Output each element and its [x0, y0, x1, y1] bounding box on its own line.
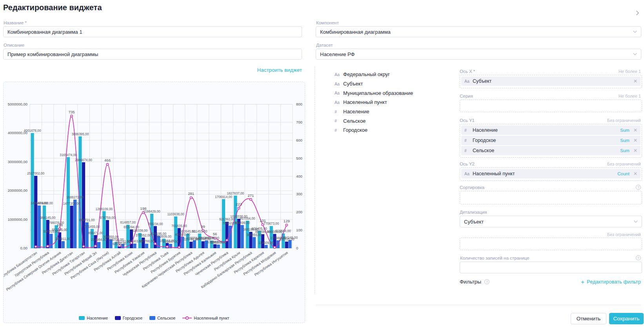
legend-item[interactable]: Населенный пункт [182, 316, 229, 320]
svg-text:0,00: 0,00 [20, 246, 28, 250]
help-icon[interactable]: ? [484, 279, 489, 284]
field-type-icon: # [464, 128, 470, 133]
chevron-down-icon [633, 31, 637, 33]
dataset-field-item[interactable]: AaСубъект [335, 79, 413, 89]
field-type-icon: Aa [335, 82, 340, 86]
svg-text:899721,00: 899721,00 [79, 218, 95, 222]
field-chip[interactable]: #Население Sum✕ [461, 125, 640, 135]
aggregation-tag[interactable]: Sum [620, 148, 629, 153]
field-chip[interactable]: #Городское Sum✕ [461, 136, 640, 145]
axis-y1-dropzone[interactable]: #Население Sum✕#Городское Sum✕#Сельское … [460, 124, 642, 158]
svg-text:151047,00: 151047,00 [163, 240, 178, 244]
configure-widget-link[interactable]: Настроить виджет [3, 67, 302, 73]
svg-text:735: 735 [69, 110, 75, 114]
svg-text:769234,00: 769234,00 [147, 222, 163, 226]
dataset-field-item[interactable]: AaНаселенный пункт [335, 98, 413, 107]
remove-icon[interactable]: ✕ [633, 127, 637, 133]
combo-chart: 5000000,004000000,003000000,002000000,00… [4, 82, 305, 302]
legend-item[interactable]: Сельское [149, 316, 175, 320]
page-title: Редактирование виджета [3, 3, 102, 12]
svg-text:1477202,00: 1477202,00 [63, 202, 80, 205]
remove-icon[interactable]: ✕ [633, 78, 637, 84]
dataset-field-item[interactable]: #Городское [335, 125, 413, 135]
page-size-input[interactable] [460, 262, 642, 273]
svg-text:198: 198 [140, 206, 146, 211]
dataset-field-item[interactable]: #Сельское [335, 116, 413, 125]
edit-filter-link[interactable]: + Редактировать фильтр [581, 279, 641, 285]
svg-text:244911,00: 244911,00 [55, 237, 71, 241]
component-select[interactable]: Комбинированная диаграмма [316, 26, 641, 37]
remove-icon[interactable]: ✕ [633, 138, 637, 143]
svg-text:984145,00: 984145,00 [40, 216, 56, 220]
detailing-dropzone[interactable] [460, 238, 642, 250]
dataset-field-item[interactable]: #Население [335, 107, 413, 116]
svg-text:200: 200 [296, 210, 302, 214]
legend-swatch [79, 316, 85, 320]
detailing-select[interactable]: Субъект [460, 216, 642, 227]
axis-y2-dropzone[interactable]: AaНаселенный пункт Count✕ [460, 167, 642, 181]
chevron-down-icon [633, 53, 637, 55]
svg-text:157786,00: 157786,00 [139, 239, 155, 243]
save-button[interactable]: Сохранить [609, 313, 644, 324]
collapse-panel-icon[interactable] [636, 10, 639, 17]
detailing-value: Субъект [464, 219, 484, 225]
detailing-hint: Без ограничений [607, 232, 641, 237]
field-chip[interactable]: AaСубъект ✕ [461, 76, 640, 86]
help-icon[interactable]: ? [636, 185, 641, 190]
detailing-label: Детализация [460, 210, 487, 214]
field-type-icon: Aa [335, 91, 340, 95]
dataset-select[interactable]: Население РФ [316, 49, 641, 60]
svg-text:2000000,00: 2000000,00 [8, 188, 27, 193]
svg-text:400: 400 [296, 174, 302, 178]
svg-text:1288109,00: 1288109,00 [95, 207, 113, 211]
description-input[interactable] [3, 49, 302, 60]
svg-text:2517002,00: 2517002,00 [27, 171, 44, 175]
remove-icon[interactable]: ✕ [633, 171, 637, 176]
sorting-dropzone[interactable] [460, 191, 642, 204]
axis-x-hint: Не более 1 [619, 69, 641, 74]
name-input[interactable] [3, 26, 302, 37]
cancel-button[interactable]: Отменить [571, 313, 606, 324]
field-chip[interactable]: AaНаселенный пункт Count✕ [461, 169, 640, 178]
svg-text:770673,00: 770673,00 [264, 222, 279, 225]
remove-icon[interactable]: ✕ [633, 148, 637, 153]
legend-item[interactable]: Население [79, 316, 108, 320]
svg-text:284249,00: 284249,00 [282, 236, 298, 240]
axis-x-label: Ось X * [460, 69, 475, 74]
help-icon[interactable]: ? [636, 255, 641, 260]
svg-text:814857,00: 814857,00 [120, 220, 136, 224]
svg-text:114509,00: 114509,00 [258, 241, 274, 245]
dataset-label: Датасет [316, 43, 333, 47]
axis-y1-label: Ось Y1 [460, 118, 475, 123]
axis-y2-label: Ось Y2 [460, 162, 475, 166]
dataset-fields-list: AaФедеральный округAaСубъектAaМуниципаль… [335, 70, 413, 135]
dataset-field-item[interactable]: AaМуниципальное образование [335, 88, 413, 98]
series-dropzone[interactable] [460, 100, 642, 112]
aggregation-tag[interactable]: Sum [620, 138, 629, 143]
legend-item[interactable]: Городское [115, 316, 142, 320]
dataset-field-item[interactable]: AaФедеральный округ [335, 70, 413, 79]
axis-y2-hint: Без ограничений [607, 162, 641, 166]
svg-text:129: 129 [284, 219, 290, 223]
svg-text:1103638,00: 1103638,00 [167, 212, 184, 216]
chart-legend: НаселениеГородскоеСельскоеНаселенный пун… [4, 316, 305, 320]
svg-text:0: 0 [296, 246, 298, 250]
sorting-label: Сортировка [460, 185, 484, 190]
svg-text:370552,00: 370552,00 [136, 233, 151, 237]
svg-text:701835,00: 701835,00 [171, 224, 187, 228]
aggregation-tag[interactable]: Sum [620, 128, 629, 133]
svg-text:131: 131 [260, 218, 266, 223]
svg-text:3165474,00: 3165474,00 [60, 153, 77, 157]
aggregation-tag[interactable]: Count [617, 171, 629, 176]
description-label: Описание [4, 43, 24, 47]
svg-text:800: 800 [296, 102, 302, 106]
svg-text:271: 271 [247, 193, 254, 198]
svg-text:300: 300 [296, 192, 302, 196]
series-hint: Не более 1 [619, 94, 641, 98]
field-type-icon: Aa [335, 72, 340, 77]
pane-divider [315, 67, 315, 293]
svg-text:108: 108 [56, 223, 63, 227]
axis-x-dropzone[interactable]: AaСубъект ✕ [460, 75, 642, 88]
field-chip[interactable]: #Сельское Sum✕ [461, 146, 640, 155]
svg-text:1688272,00: 1688272,00 [66, 195, 84, 199]
